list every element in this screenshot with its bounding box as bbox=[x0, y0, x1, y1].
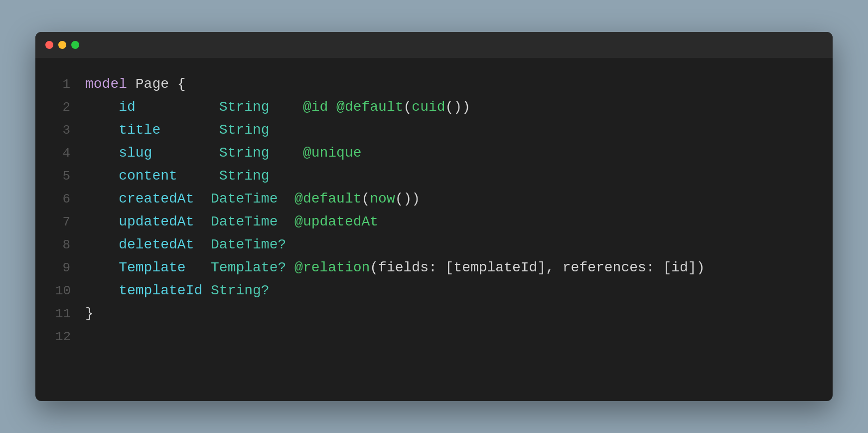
code-line: 9 Template Template? @relation(fields: [… bbox=[55, 256, 813, 279]
line-number: 10 bbox=[55, 279, 85, 302]
line-content: } bbox=[85, 302, 94, 325]
token: ( bbox=[404, 96, 412, 119]
token: createdAt bbox=[85, 188, 194, 211]
line-content: updatedAt DateTime @updatedAt bbox=[85, 211, 378, 233]
token: updatedAt bbox=[85, 211, 194, 233]
line-content: id String @id @default(cuid()) bbox=[85, 96, 470, 119]
token: (fields: bbox=[370, 256, 445, 279]
token: DateTime bbox=[194, 211, 294, 233]
token: } bbox=[85, 302, 94, 325]
token: Template? bbox=[186, 256, 294, 279]
code-line: 5 content String bbox=[55, 165, 813, 188]
token: cuid bbox=[412, 96, 445, 119]
token: Page bbox=[127, 73, 177, 96]
line-content: title String bbox=[85, 119, 270, 142]
line-content: slug String @unique bbox=[85, 142, 362, 165]
token: , references: bbox=[546, 256, 663, 279]
token: @unique bbox=[303, 142, 362, 165]
token: [id] bbox=[663, 256, 696, 279]
token: @relation bbox=[294, 256, 370, 279]
token: id bbox=[85, 96, 136, 119]
token: String bbox=[160, 119, 269, 142]
token: String bbox=[136, 96, 303, 119]
line-number: 1 bbox=[55, 73, 85, 96]
code-line: 2 id String @id @default(cuid()) bbox=[55, 96, 813, 119]
token: deletedAt bbox=[85, 233, 194, 256]
token: Template bbox=[85, 256, 186, 279]
line-content: templateId String? bbox=[85, 279, 270, 302]
line-number: 4 bbox=[55, 142, 85, 165]
token: DateTime bbox=[194, 188, 294, 211]
line-content: model Page { bbox=[85, 73, 186, 96]
line-number: 7 bbox=[55, 211, 85, 233]
minimize-button[interactable] bbox=[58, 41, 66, 49]
close-button[interactable] bbox=[45, 41, 53, 49]
token: slug bbox=[85, 142, 152, 165]
code-line: 3 title String bbox=[55, 119, 813, 142]
line-content: Template Template? @relation(fields: [te… bbox=[85, 256, 705, 279]
token: templateId bbox=[85, 279, 202, 302]
token: @id @default bbox=[303, 96, 404, 119]
line-number: 5 bbox=[55, 165, 85, 188]
token: ( bbox=[362, 188, 370, 211]
code-line: 10 templateId String? bbox=[55, 279, 813, 302]
token: title bbox=[85, 119, 160, 142]
token: content bbox=[85, 165, 177, 188]
token: @default bbox=[294, 188, 361, 211]
code-line: 1model Page { bbox=[55, 73, 813, 96]
line-number: 9 bbox=[55, 256, 85, 279]
token: @updatedAt bbox=[294, 211, 378, 233]
token: now bbox=[370, 188, 395, 211]
maximize-button[interactable] bbox=[71, 41, 79, 49]
token: DateTime? bbox=[194, 233, 286, 256]
code-line: 12 bbox=[55, 325, 813, 348]
titlebar bbox=[35, 32, 833, 58]
line-number: 6 bbox=[55, 188, 85, 211]
line-content: createdAt DateTime @default(now()) bbox=[85, 188, 420, 211]
code-area: 1model Page {2 id String @id @default(cu… bbox=[35, 58, 833, 401]
code-line: 6 createdAt DateTime @default(now()) bbox=[55, 188, 813, 211]
line-number: 11 bbox=[55, 302, 85, 325]
token: String bbox=[152, 142, 302, 165]
line-number: 8 bbox=[55, 233, 85, 256]
token: String bbox=[177, 165, 270, 188]
code-editor-window: 1model Page {2 id String @id @default(cu… bbox=[35, 32, 833, 401]
token: [templateId] bbox=[445, 256, 546, 279]
token: { bbox=[177, 73, 186, 96]
token: ) bbox=[697, 256, 705, 279]
line-number: 3 bbox=[55, 119, 85, 142]
line-content: content String bbox=[85, 165, 270, 188]
line-number: 12 bbox=[55, 325, 85, 348]
token: model bbox=[85, 73, 127, 96]
line-number: 2 bbox=[55, 96, 85, 119]
code-line: 11} bbox=[55, 302, 813, 325]
token: String? bbox=[202, 279, 269, 302]
token: ()) bbox=[395, 188, 420, 211]
code-line: 7 updatedAt DateTime @updatedAt bbox=[55, 211, 813, 233]
line-content: deletedAt DateTime? bbox=[85, 233, 286, 256]
code-block: 1model Page {2 id String @id @default(cu… bbox=[55, 73, 813, 348]
code-line: 8 deletedAt DateTime? bbox=[55, 233, 813, 256]
code-line: 4 slug String @unique bbox=[55, 142, 813, 165]
token: ()) bbox=[445, 96, 470, 119]
